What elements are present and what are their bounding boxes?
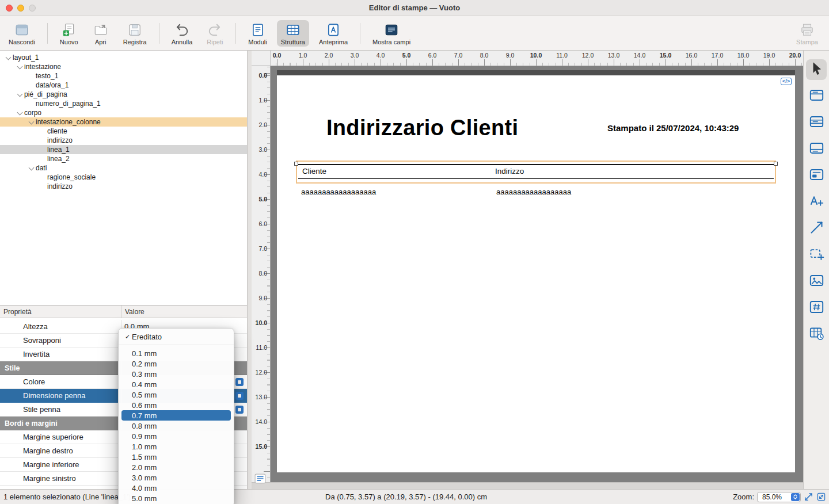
tree-item-intestazione[interactable]: intestazione: [0, 62, 247, 71]
data-field-right[interactable]: aaaaaaaaaaaaaaaaaa: [496, 188, 571, 196]
menu-item-2-0-mm[interactable]: 2.0 mm: [121, 462, 231, 472]
tree-item-corpo[interactable]: corpo: [0, 108, 247, 117]
tree-item-linea-1[interactable]: linea_1: [0, 145, 247, 154]
stampa-button: Stampa: [792, 20, 822, 47]
label-band-tool-button[interactable]: [806, 165, 827, 186]
struttura-button[interactable]: Struttura: [277, 20, 309, 47]
tree-item-indirizzo[interactable]: indirizzo: [0, 136, 247, 145]
tree-item-indirizzo[interactable]: indirizzo: [0, 182, 247, 191]
moduli-button[interactable]: Moduli: [244, 20, 271, 47]
property-options-button[interactable]: [235, 392, 244, 400]
table-tool-button[interactable]: [806, 324, 827, 345]
chevron-down-icon[interactable]: [28, 164, 36, 172]
fit-page-button[interactable]: [816, 492, 826, 502]
menu-item-0-8-mm[interactable]: 0.8 mm: [121, 421, 231, 431]
band-header-tool-button[interactable]: [806, 86, 827, 106]
menu-item-0-1-mm[interactable]: 0.1 mm: [121, 348, 231, 358]
ruler-number: 18.0: [737, 52, 749, 59]
column-header-cliente[interactable]: Cliente: [302, 167, 326, 175]
chevron-down-icon[interactable]: [28, 118, 36, 126]
chevron-down-icon[interactable]: [16, 90, 24, 98]
chevron-down-icon[interactable]: [16, 63, 24, 71]
property-name: Margine destro: [0, 446, 121, 455]
anteprima-button[interactable]: Anteprima: [315, 20, 352, 47]
nuovo-button[interactable]: Nuovo: [56, 20, 82, 47]
apri-button[interactable]: Apri: [88, 20, 113, 47]
horizontal-scrollbar[interactable]: [252, 482, 803, 489]
printed-date-text[interactable]: Stampato il 25/07/2024, 10:43:29: [607, 123, 739, 133]
ruler-corner: [252, 51, 271, 66]
property-options-button[interactable]: [235, 406, 244, 414]
property-options-button[interactable]: [235, 378, 244, 386]
design-canvas: 0.01.02.03.04.05.06.07.08.09.010.011.012…: [252, 51, 803, 489]
menu-item-4-0-mm[interactable]: 4.0 mm: [121, 483, 231, 493]
tree-item-label: intestazione: [24, 63, 61, 71]
toolbar-button-label: Stampa: [796, 39, 818, 45]
fit-zoom-button[interactable]: [804, 492, 813, 502]
menu-item-0-4-mm[interactable]: 0.4 mm: [121, 379, 231, 390]
zoom-select[interactable]: 85.0%: [757, 492, 801, 502]
menu-item-1-0-mm[interactable]: 1.0 mm: [121, 441, 231, 452]
menu-item-ereditato[interactable]: ✓Ereditato: [121, 331, 231, 342]
pen-size-menu: ✓Ereditato0.1 mm0.2 mm0.3 mm0.4 mm0.5 mm…: [118, 328, 234, 504]
titlebar: Editor di stampe — Vuoto: [0, 0, 829, 16]
tree-item-label: numero_di_pagina_1: [36, 100, 101, 108]
tree-item-dati[interactable]: dati: [0, 163, 247, 173]
menu-item-label: 1.0 mm: [132, 442, 157, 451]
tree-item-intestazione-colonne[interactable]: intestazione_colonne: [0, 117, 247, 127]
band-detail-tool-button[interactable]: [806, 112, 827, 133]
menu-item-5-0-mm[interactable]: 5.0 mm: [121, 493, 231, 503]
toolbar-button-label: Nuovo: [60, 39, 78, 45]
mostra-campi-button[interactable]: Mostra campi: [368, 20, 414, 47]
select-tool-button[interactable]: [806, 59, 827, 80]
chevron-down-icon[interactable]: [16, 109, 24, 117]
selected-line-element[interactable]: [298, 164, 774, 165]
tree-item-linea-2[interactable]: linea_2: [0, 154, 247, 163]
undo-icon: [173, 22, 191, 38]
menu-item-0-9-mm[interactable]: 0.9 mm: [121, 431, 231, 441]
image-tool-button[interactable]: [806, 271, 827, 292]
tree-item-layout-1[interactable]: layout_1: [0, 53, 247, 62]
menu-item-label: 2.0 mm: [132, 463, 157, 472]
ruler-number: 10.0: [530, 52, 542, 59]
script-indicator-icon[interactable]: </>: [781, 78, 792, 85]
menu-item-0-7-mm[interactable]: 0.7 mm: [121, 410, 231, 421]
tree-item-label: indirizzo: [47, 182, 73, 190]
registra-button[interactable]: Registra: [119, 20, 151, 47]
menu-item-label: 4.0 mm: [132, 484, 157, 492]
report-page[interactable]: </> Indirizzario Clienti Stampato il 25/…: [277, 75, 795, 472]
page-number-tool-button[interactable]: [806, 297, 827, 318]
menu-item-0-3-mm[interactable]: 0.3 mm: [121, 369, 231, 379]
text-tool-button[interactable]: [806, 192, 827, 212]
nascondi-button[interactable]: Nascondi: [5, 20, 39, 47]
annulla-button[interactable]: Annulla: [168, 20, 197, 47]
tree-item-testo-1[interactable]: testo_1: [0, 71, 247, 81]
menu-item-0-2-mm[interactable]: 0.2 mm: [121, 358, 231, 369]
tree-item-numero-di-pagina-1[interactable]: numero_di_pagina_1: [0, 99, 247, 108]
chevron-down-icon[interactable]: [5, 54, 13, 62]
tree-item-cliente[interactable]: cliente: [0, 127, 247, 136]
column-header-band[interactable]: Cliente Indirizzo: [296, 161, 776, 184]
line-handle-right[interactable]: [774, 162, 778, 166]
menu-item-1-5-mm[interactable]: 1.5 mm: [121, 452, 231, 462]
tree-item-data-ora-1[interactable]: data/ora_1: [0, 81, 247, 90]
ruler-number: 13.0: [608, 52, 619, 59]
band-bottom-line[interactable]: [298, 178, 774, 179]
page-navigator-button[interactable]: [254, 474, 266, 484]
ruler-number: 2.0: [325, 52, 333, 59]
ruler-number: 9.0: [258, 295, 267, 301]
menu-item-0-6-mm[interactable]: 0.6 mm: [121, 400, 231, 410]
tree-item-ragione-sociale[interactable]: ragione_sociale: [0, 173, 247, 182]
rectangle-tool-button[interactable]: [806, 245, 827, 265]
zoom-stepper-icon[interactable]: [791, 493, 800, 501]
report-title-text[interactable]: Indirizzario Clienti: [326, 116, 518, 140]
tree-item-pi-di-pagina[interactable]: pié_di_pagina: [0, 90, 247, 99]
menu-item-0-5-mm[interactable]: 0.5 mm: [121, 390, 231, 400]
menu-item-3-0-mm[interactable]: 3.0 mm: [121, 472, 231, 483]
line-handle-left[interactable]: [294, 162, 298, 166]
band-footer-tool-button[interactable]: [806, 139, 827, 159]
column-header-indirizzo[interactable]: Indirizzo: [495, 167, 524, 175]
menu-item-label: 0.2 mm: [132, 360, 157, 368]
data-field-left[interactable]: aaaaaaaaaaaaaaaaaa: [301, 188, 376, 196]
line-tool-button[interactable]: [806, 218, 827, 239]
